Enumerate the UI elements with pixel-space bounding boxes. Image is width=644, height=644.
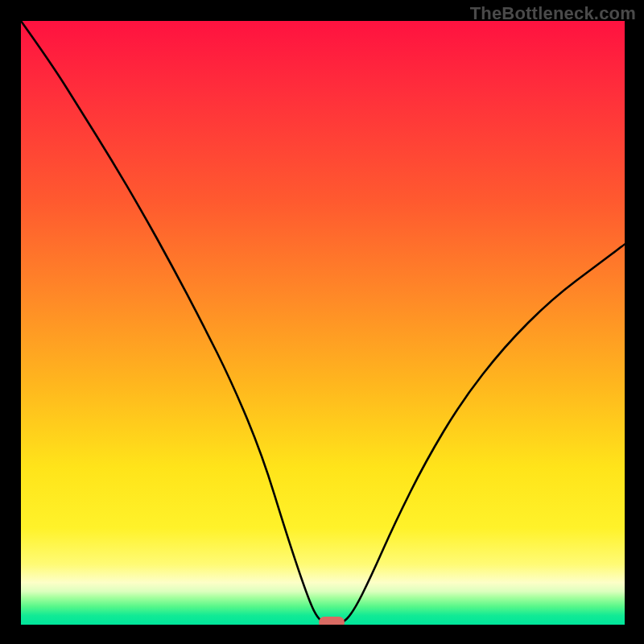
bottleneck-curve (21, 21, 625, 625)
optimal-point-marker (319, 617, 345, 625)
plot-area (21, 21, 625, 625)
chart-stage: TheBottleneck.com (0, 0, 644, 644)
